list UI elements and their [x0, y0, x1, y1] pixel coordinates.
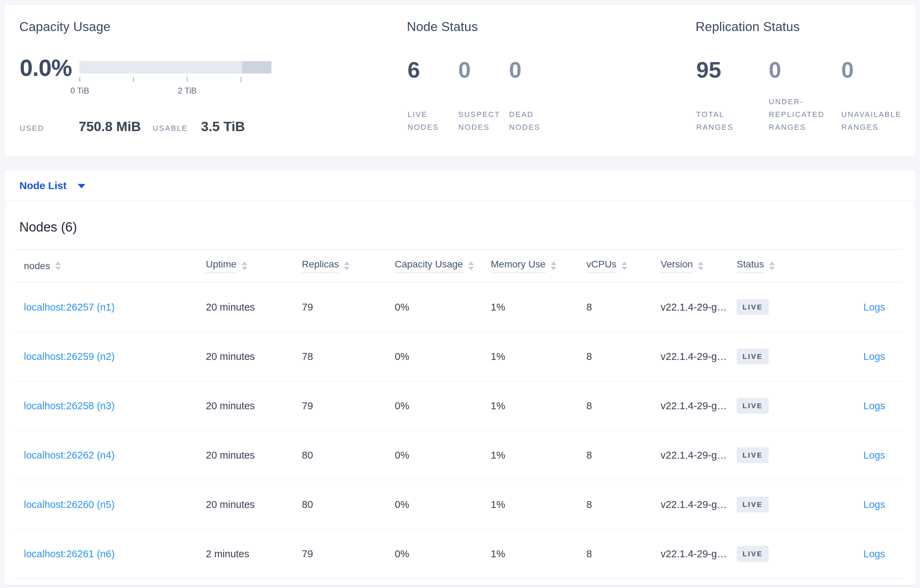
axis-tick [187, 77, 188, 82]
column-header-uptime[interactable]: Uptime [206, 259, 302, 273]
replication-status-section: Replication Status 95 TOTAL RANGES 0 UND… [695, 20, 917, 144]
capacity-cell: 0% [395, 302, 491, 313]
version-cell: v22.1.4-29-g… [661, 499, 737, 510]
capacity-bar-axis: 0 TiB 2 TiB [79, 77, 271, 98]
column-header-status[interactable]: Status [737, 259, 803, 273]
vcpus-cell: 8 [586, 548, 661, 560]
node-address-link[interactable]: localhost:26258 (n3) [24, 400, 115, 411]
dead-nodes-stat: 0 DEAD NODES [509, 58, 560, 134]
replication-status-title: Replication Status [695, 20, 917, 34]
usable-label: USABLE [153, 124, 188, 133]
total-ranges-label: TOTAL RANGES [696, 108, 764, 134]
sort-icon [344, 262, 350, 270]
node-status-section: Node Status 6 LIVE NODES 0 SUSPECT NODES… [407, 20, 669, 144]
axis-tick-label: 2 TiB [172, 86, 203, 95]
table-row: localhost:26261 (n6) 2 minutes 79 0% 1% … [16, 529, 903, 579]
memory-cell: 1% [491, 351, 586, 362]
replicas-cell: 80 [302, 450, 395, 461]
node-list-card: Node List Nodes (6) nodes Uptime Replica… [4, 170, 916, 585]
replicas-cell: 78 [302, 351, 395, 362]
uptime-cell: 20 minutes [206, 302, 302, 313]
uptime-cell: 2 minutes [206, 548, 302, 560]
dead-nodes-count: 0 [509, 58, 560, 82]
memory-cell: 1% [491, 400, 586, 412]
axis-tick-label: 0 TiB [64, 86, 95, 95]
unavailable-ranges-stat: 0 UNAVAILABLE RANGES [841, 58, 909, 134]
vcpus-cell: 8 [586, 450, 661, 461]
sort-icon [468, 262, 474, 270]
capacity-cell: 0% [395, 548, 491, 560]
uptime-cell: 20 minutes [206, 499, 302, 510]
suspect-nodes-count: 0 [458, 58, 509, 82]
uptime-cell: 20 minutes [206, 450, 302, 461]
cluster-summary-card: Capacity Usage 0.0% 0 TiB 2 TiB USED 750… [4, 4, 916, 157]
version-cell: v22.1.4-29-g… [661, 450, 737, 461]
usable-value: 3.5 TiB [201, 119, 245, 134]
status-badge: LIVE [737, 299, 769, 315]
node-list-dropdown[interactable]: Node List [19, 180, 85, 192]
sort-icon [698, 262, 703, 270]
vcpus-cell: 8 [586, 302, 661, 313]
node-list-dropdown-bar: Node List [5, 170, 915, 201]
logs-link[interactable]: Logs [863, 351, 885, 362]
status-badge: LIVE [737, 546, 769, 562]
version-cell: v22.1.4-29-g… [661, 302, 737, 313]
table-row: localhost:26259 (n2) 20 minutes 78 0% 1%… [16, 332, 903, 381]
memory-cell: 1% [491, 302, 586, 313]
capacity-cell: 0% [395, 400, 491, 412]
version-cell: v22.1.4-29-g… [661, 400, 737, 412]
vcpus-cell: 8 [586, 400, 661, 412]
table-row: localhost:26258 (n3) 20 minutes 79 0% 1%… [16, 381, 903, 431]
nodes-table: nodes Uptime Replicas Capacity Usage Mem… [16, 249, 903, 579]
column-header-replicas[interactable]: Replicas [302, 259, 395, 273]
dead-nodes-label: DEAD NODES [509, 108, 560, 134]
live-nodes-label: LIVE NODES [408, 108, 458, 134]
node-status-title: Node Status [407, 20, 669, 34]
capacity-cell: 0% [395, 450, 491, 461]
capacity-bar-reserved-segment [242, 61, 271, 73]
capacity-usage-title: Capacity Usage [19, 20, 396, 34]
capacity-cell: 0% [395, 351, 491, 362]
capacity-usage-section: Capacity Usage 0.0% 0 TiB 2 TiB USED 750… [19, 20, 396, 144]
capacity-bar [79, 61, 271, 73]
memory-cell: 1% [491, 499, 586, 510]
node-address-link[interactable]: localhost:26262 (n4) [24, 450, 115, 461]
node-address-link[interactable]: localhost:26261 (n6) [24, 548, 115, 559]
logs-link[interactable]: Logs [863, 450, 885, 461]
column-header-nodes[interactable]: nodes [16, 260, 206, 271]
column-header-version[interactable]: Version [661, 259, 737, 273]
capacity-usage-legend: USED 750.8 MiB USABLE 3.5 TiB [19, 118, 365, 139]
memory-cell: 1% [491, 548, 586, 560]
memory-cell: 1% [491, 450, 586, 461]
sort-icon [242, 262, 247, 270]
replicas-cell: 79 [302, 400, 395, 412]
caret-down-icon [78, 184, 85, 188]
used-label: USED [20, 124, 44, 133]
column-header-memory-use[interactable]: Memory Use [491, 259, 586, 273]
axis-tick [79, 77, 80, 82]
node-address-link[interactable]: localhost:26259 (n2) [24, 351, 115, 362]
axis-tick [133, 77, 134, 82]
node-address-link[interactable]: localhost:26260 (n5) [24, 499, 115, 510]
replicas-cell: 79 [302, 302, 395, 313]
logs-link[interactable]: Logs [863, 499, 885, 510]
logs-link[interactable]: Logs [863, 548, 885, 559]
capacity-cell: 0% [395, 499, 491, 510]
nodes-table-header: nodes Uptime Replicas Capacity Usage Mem… [16, 249, 903, 283]
total-ranges-stat: 95 TOTAL RANGES [696, 58, 764, 134]
logs-link[interactable]: Logs [863, 400, 885, 411]
column-header-vcpus[interactable]: vCPUs [586, 259, 661, 273]
logs-link[interactable]: Logs [863, 302, 885, 313]
version-cell: v22.1.4-29-g… [661, 548, 737, 560]
table-row: localhost:26260 (n5) 20 minutes 80 0% 1%… [16, 480, 903, 529]
capacity-bar-chart: 0 TiB 2 TiB [79, 61, 271, 73]
used-value: 750.8 MiB [79, 119, 141, 134]
under-replicated-ranges-stat: 0 UNDER-REPLICATED RANGES [769, 58, 836, 134]
under-replicated-ranges-label: UNDER-REPLICATED RANGES [769, 95, 836, 134]
replicas-cell: 80 [302, 499, 395, 510]
table-row: localhost:26262 (n4) 20 minutes 80 0% 1%… [16, 431, 903, 480]
node-address-link[interactable]: localhost:26257 (n1) [24, 302, 115, 313]
column-header-capacity-usage[interactable]: Capacity Usage [395, 259, 491, 273]
total-ranges-count: 95 [696, 58, 764, 82]
suspect-nodes-label: SUSPECT NODES [458, 108, 509, 134]
